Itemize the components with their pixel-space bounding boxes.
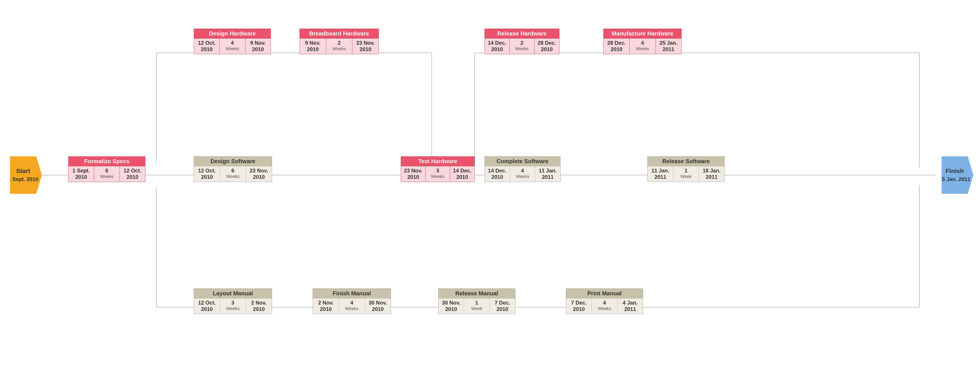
release-hardware-start: 14 Dec. 2010 (485, 38, 510, 54)
formalize-specs-node: Formalize Specs 1 Sept. 2010 6 Weeks 12 … (68, 156, 145, 182)
layout-manual-weeks-label: Weeks (222, 306, 244, 311)
formalize-specs-start-date: 1 Sept. (70, 167, 92, 174)
breadboard-hardware-node: Breadboard Hardware 9 Nov. 2010 2 Weeks … (299, 29, 379, 54)
print-manual-start-year: 2010 (568, 306, 590, 312)
layout-manual-end: 2 Nov. 2010 (246, 298, 272, 314)
test-hardware-title: Test Hardware (401, 157, 474, 166)
release-hardware-start-date: 14 Dec. (487, 40, 508, 46)
print-manual-details: 7 Dec. 2010 4 Weeks 4 Jan. 2011 (566, 298, 643, 314)
test-hardware-weeks-label: Weeks (427, 174, 448, 179)
release-manual-details: 30 Nov. 2010 1 Week 7 Dec. 2010 (439, 298, 515, 314)
finish-manual-duration: 4 Weeks (339, 298, 365, 314)
breadboard-hardware-weeks-label: Weeks (328, 46, 351, 51)
manufacture-hardware-weeks: 4 (632, 40, 654, 46)
finish-pentagon: Finish25 Jan. 2011 (936, 156, 974, 194)
design-hardware-end-date: 9 Nov. (247, 40, 269, 46)
release-software-node: Release Software 11 Jan. 2011 1 Week 18 … (648, 156, 725, 182)
design-hardware-node: Design Hardware 12 Oct. 2010 4 Weeks 9 N… (194, 29, 271, 54)
release-software-end-year: 2011 (701, 174, 722, 180)
complete-software-box: Complete Software 14 Dec. 2010 4 Weeks 1… (485, 156, 560, 182)
test-hardware-end: 14 Dec. 2010 (450, 166, 474, 181)
start-label: Start1 Sept. 2010 (8, 167, 38, 183)
complete-software-node: Complete Software 14 Dec. 2010 4 Weeks 1… (485, 156, 560, 182)
test-hardware-start: 23 Nov. 2010 (401, 166, 425, 181)
layout-manual-end-year: 2010 (248, 306, 270, 312)
manufacture-hardware-duration: 4 Weeks (630, 38, 655, 54)
manufacture-hardware-end-year: 2011 (657, 46, 679, 53)
test-hardware-box: Test Hardware 23 Nov. 2010 3 Weeks 14 De… (401, 156, 474, 182)
complete-software-duration: 4 Weeks (510, 166, 535, 181)
manufacture-hardware-start-year: 2010 (605, 46, 628, 53)
design-software-details: 12 Oct. 2010 6 Weeks 23 Nov. 2010 (194, 166, 272, 181)
complete-software-end-year: 2011 (537, 174, 558, 180)
breadboard-hardware-start: 9 Nov. 2010 (300, 38, 326, 54)
finish-manual-start-year: 2010 (315, 306, 337, 312)
formalize-specs-weeks: 6 (96, 167, 118, 174)
release-hardware-title: Release Hardware (485, 29, 559, 38)
finish-manual-start: 2 Nov. 2010 (313, 298, 339, 314)
release-manual-end: 7 Dec. 2010 (490, 298, 515, 314)
release-hardware-weeks-label: Weeks (511, 46, 533, 51)
release-manual-weeks-label: Week (466, 306, 488, 311)
design-software-start: 12 Oct. 2010 (194, 166, 220, 181)
design-software-node: Design Software 12 Oct. 2010 6 Weeks 23 … (194, 156, 272, 182)
release-manual-end-date: 7 Dec. (492, 300, 513, 306)
print-manual-node: Print Manual 7 Dec. 2010 4 Weeks 4 Jan. … (566, 288, 643, 314)
breadboard-hardware-duration: 2 Weeks (326, 38, 353, 54)
finish-manual-box: Finish Manual 2 Nov. 2010 4 Weeks 30 Nov… (313, 288, 391, 314)
release-hardware-duration: 2 Weeks (510, 38, 535, 54)
test-hardware-start-date: 23 Nov. (403, 167, 423, 174)
breadboard-hardware-start-date: 9 Nov. (301, 40, 324, 46)
manufacture-hardware-box: Manufacture Hardware 28 Dec. 2010 4 Week… (603, 29, 682, 54)
release-manual-duration: 1 Week (464, 298, 490, 314)
manufacture-hardware-start: 28 Dec. 2010 (604, 38, 630, 54)
print-manual-title: Print Manual (566, 289, 643, 298)
connections-svg (0, 0, 980, 390)
release-manual-start: 30 Nov. 2010 (439, 298, 464, 314)
release-software-start-date: 11 Jan. (649, 167, 671, 174)
finish-manual-weeks: 4 (341, 300, 363, 306)
start-pentagon: Start1 Sept. 2010 (5, 156, 42, 194)
test-hardware-duration: 3 Weeks (425, 166, 450, 181)
layout-manual-duration: 3 Weeks (220, 298, 246, 314)
release-manual-start-date: 30 Nov. (440, 300, 462, 306)
design-hardware-title: Design Hardware (194, 29, 270, 38)
breadboard-hardware-details: 9 Nov. 2010 2 Weeks 23 Nov. 2010 (300, 38, 379, 54)
print-manual-end-date: 4 Jan. (619, 300, 641, 306)
release-manual-start-year: 2010 (440, 306, 462, 312)
design-hardware-start: 12 Oct. 2010 (194, 38, 220, 54)
design-hardware-end: 9 Nov. 2010 (245, 38, 270, 54)
design-hardware-weeks: 4 (221, 40, 243, 46)
finish-label: Finish25 Jan. 2011 (939, 167, 970, 183)
formalize-specs-start: 1 Sept. 2010 (68, 166, 94, 181)
formalize-specs-end-date: 12 Oct. (122, 167, 143, 174)
manufacture-hardware-details: 28 Dec. 2010 4 Weeks 25 Jan. 2011 (604, 38, 681, 54)
complete-software-start-date: 14 Dec. (487, 167, 508, 174)
design-hardware-weeks-label: Weeks (221, 46, 243, 51)
release-manual-weeks: 1 (466, 300, 488, 306)
manufacture-hardware-end-date: 25 Jan. (657, 40, 679, 46)
formalize-specs-details: 1 Sept. 2010 6 Weeks 12 Oct. 2010 (68, 166, 145, 181)
breadboard-hardware-end: 23 Nov. 2010 (352, 38, 379, 54)
finish-manual-node: Finish Manual 2 Nov. 2010 4 Weeks 30 Nov… (313, 288, 391, 314)
release-software-title: Release Software (648, 157, 724, 166)
layout-manual-box: Layout Manual 12 Oct. 2010 3 Weeks 2 Nov… (194, 288, 272, 314)
design-hardware-end-year: 2010 (247, 46, 269, 53)
design-hardware-details: 12 Oct. 2010 4 Weeks 9 Nov. 2010 (194, 38, 270, 54)
manufacture-hardware-start-date: 28 Dec. (605, 40, 628, 46)
design-software-weeks: 6 (222, 167, 244, 174)
finish-manual-title: Finish Manual (313, 289, 391, 298)
release-software-end-date: 18 Jan. (701, 167, 722, 174)
design-hardware-start-date: 12 Oct. (196, 40, 218, 46)
finish-manual-start-date: 2 Nov. (315, 300, 337, 306)
formalize-specs-end: 12 Oct. 2010 (120, 166, 145, 181)
release-manual-title: Release Manual (439, 289, 515, 298)
print-manual-end: 4 Jan. 2011 (617, 298, 643, 314)
print-manual-start: 7 Dec. 2010 (566, 298, 592, 314)
layout-manual-end-date: 2 Nov. (248, 300, 270, 306)
release-software-duration: 1 Week (673, 166, 699, 181)
layout-manual-node: Layout Manual 12 Oct. 2010 3 Weeks 2 Nov… (194, 288, 272, 314)
release-software-details: 11 Jan. 2011 1 Week 18 Jan. 2011 (648, 166, 724, 181)
formalize-specs-duration: 6 Weeks (94, 166, 119, 181)
release-manual-box: Release Manual 30 Nov. 2010 1 Week 7 Dec… (438, 288, 515, 314)
